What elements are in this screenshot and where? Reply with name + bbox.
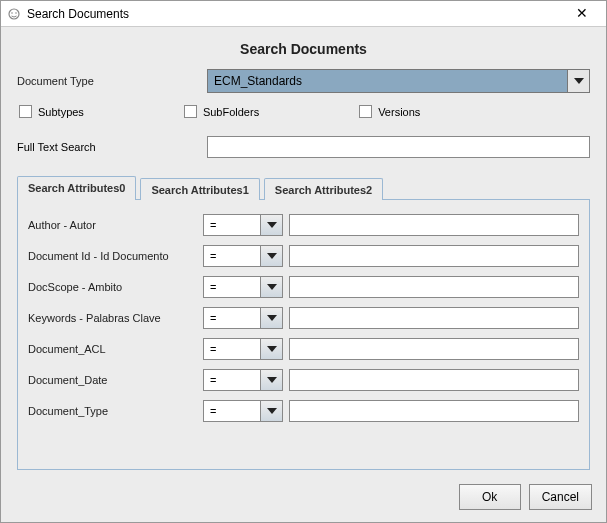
document-type-label: Document Type (17, 75, 207, 87)
operator-value: = (204, 215, 260, 235)
operator-dropdown-button[interactable] (260, 370, 282, 390)
attribute-value-input[interactable] (289, 245, 579, 267)
attribute-row: Document_Type= (28, 400, 579, 422)
attribute-label: DocScope - Ambito (28, 281, 203, 293)
attribute-value-input[interactable] (289, 369, 579, 391)
attribute-value-input[interactable] (289, 307, 579, 329)
attribute-value-input[interactable] (289, 338, 579, 360)
checkbox-icon (19, 105, 32, 118)
document-type-dropdown-button[interactable] (567, 70, 589, 92)
versions-label: Versions (378, 106, 420, 118)
attribute-label: Keywords - Palabras Clave (28, 312, 203, 324)
titlebar: Search Documents ✕ (1, 1, 606, 27)
full-text-search-row: Full Text Search (17, 136, 590, 158)
options-row: Subtypes SubFolders Versions (17, 105, 590, 118)
attribute-value-input[interactable] (289, 276, 579, 298)
operator-select[interactable]: = (203, 369, 283, 391)
attribute-label: Document_ACL (28, 343, 203, 355)
operator-value: = (204, 401, 260, 421)
chevron-down-icon (267, 253, 277, 259)
operator-dropdown-button[interactable] (260, 215, 282, 235)
subtypes-label: Subtypes (38, 106, 84, 118)
checkbox-icon (184, 105, 197, 118)
tab-search-attributes-2[interactable]: Search Attributes2 (264, 178, 383, 200)
cancel-button[interactable]: Cancel (529, 484, 592, 510)
operator-dropdown-button[interactable] (260, 401, 282, 421)
subtypes-checkbox[interactable]: Subtypes (19, 105, 84, 118)
attribute-label: Document Id - Id Documento (28, 250, 203, 262)
svg-point-1 (11, 12, 13, 14)
document-type-value: ECM_Standards (208, 70, 567, 92)
operator-select[interactable]: = (203, 338, 283, 360)
svg-point-2 (15, 12, 17, 14)
chevron-down-icon (267, 315, 277, 321)
chevron-down-icon (267, 222, 277, 228)
attribute-value-input[interactable] (289, 400, 579, 422)
subfolders-checkbox[interactable]: SubFolders (184, 105, 259, 118)
operator-select[interactable]: = (203, 276, 283, 298)
search-attributes-panel: Author - Autor=Document Id - Id Document… (17, 199, 590, 470)
close-button[interactable]: ✕ (562, 2, 602, 26)
operator-select[interactable]: = (203, 214, 283, 236)
tabs-bar: Search Attributes0 Search Attributes1 Se… (17, 176, 590, 200)
full-text-search-input[interactable] (207, 136, 590, 158)
attribute-value-input[interactable] (289, 214, 579, 236)
chevron-down-icon (267, 346, 277, 352)
ok-button[interactable]: Ok (459, 484, 521, 510)
dialog-heading: Search Documents (17, 41, 590, 57)
tab-search-attributes-0[interactable]: Search Attributes0 (17, 176, 136, 200)
operator-dropdown-button[interactable] (260, 246, 282, 266)
chevron-down-icon (267, 377, 277, 383)
window-title: Search Documents (27, 7, 129, 21)
dialog-content: Search Documents Document Type ECM_Stand… (1, 27, 606, 474)
operator-value: = (204, 246, 260, 266)
search-documents-dialog: Search Documents ✕ Search Documents Docu… (0, 0, 607, 523)
attribute-row: Document Id - Id Documento= (28, 245, 579, 267)
operator-value: = (204, 277, 260, 297)
operator-select[interactable]: = (203, 400, 283, 422)
document-type-row: Document Type ECM_Standards (17, 69, 590, 93)
subfolders-label: SubFolders (203, 106, 259, 118)
dialog-footer: Ok Cancel (1, 474, 606, 522)
attribute-row: Document_Date= (28, 369, 579, 391)
attribute-row: Author - Autor= (28, 214, 579, 236)
full-text-search-label: Full Text Search (17, 141, 207, 153)
operator-dropdown-button[interactable] (260, 339, 282, 359)
operator-value: = (204, 339, 260, 359)
attribute-row: DocScope - Ambito= (28, 276, 579, 298)
versions-checkbox[interactable]: Versions (359, 105, 420, 118)
operator-select[interactable]: = (203, 245, 283, 267)
chevron-down-icon (267, 284, 277, 290)
operator-value: = (204, 308, 260, 328)
attribute-label: Document_Date (28, 374, 203, 386)
chevron-down-icon (267, 408, 277, 414)
checkbox-icon (359, 105, 372, 118)
document-type-select[interactable]: ECM_Standards (207, 69, 590, 93)
close-icon: ✕ (576, 5, 588, 21)
tab-search-attributes-1[interactable]: Search Attributes1 (140, 178, 259, 200)
attribute-label: Author - Autor (28, 219, 203, 231)
operator-value: = (204, 370, 260, 390)
attribute-row: Keywords - Palabras Clave= (28, 307, 579, 329)
chevron-down-icon (574, 78, 584, 84)
operator-dropdown-button[interactable] (260, 308, 282, 328)
app-icon (7, 7, 21, 21)
operator-select[interactable]: = (203, 307, 283, 329)
attribute-label: Document_Type (28, 405, 203, 417)
operator-dropdown-button[interactable] (260, 277, 282, 297)
attribute-row: Document_ACL= (28, 338, 579, 360)
